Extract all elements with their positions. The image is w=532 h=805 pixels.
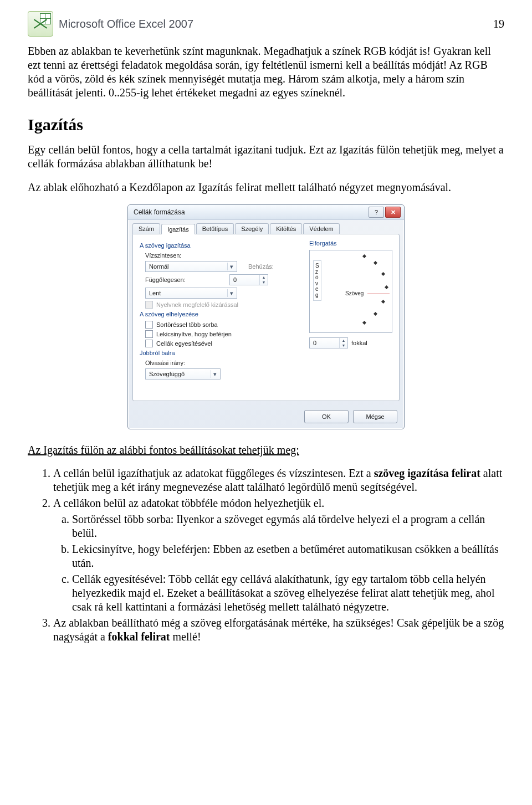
label-chk-language: Nyelvnek megfelelő kizárással (156, 301, 238, 308)
spin-up-icon[interactable]: ▲ (340, 338, 347, 343)
app-title: Microsoft Office Excel 2007 (59, 18, 193, 30)
heading-igazitas: Igazítás (28, 115, 504, 134)
settings-list: A cellán belül igazíthatjuk az adatokat … (28, 466, 504, 644)
list-item: Az ablakban beállítható még a szöveg elf… (53, 616, 504, 644)
excel-icon (28, 11, 53, 37)
list-item: A cellán belül igazíthatjuk az adatokat … (53, 466, 504, 494)
rotation-arc[interactable]: Szöveg (329, 253, 390, 330)
value-rotation: 0 (313, 340, 316, 346)
paragraph-2: Egy cellán belül fontos, hogy a cella ta… (28, 143, 504, 171)
dialog-tabs: Szám Igazítás Betűtípus Szegély Kitöltés… (128, 220, 404, 234)
ok-button[interactable]: OK (304, 410, 349, 423)
rotation-vertical-text[interactable]: Szöveg (313, 260, 321, 301)
list-item: A cellákon belül az adatokat többféle mó… (53, 496, 504, 614)
group-text-alignment: A szöveg igazítása (140, 242, 305, 249)
app-header: Microsoft Office Excel 2007 (28, 11, 193, 37)
list-item: Lekicsinyítve, hogy beleférjen: Ebben az… (72, 542, 504, 570)
dialog-titlebar[interactable]: Cellák formázása ? ✕ (128, 205, 404, 220)
value-direction: Szövegfüggő (149, 371, 185, 377)
label-chk-wrap: Sortöréssel több sorba (156, 321, 218, 328)
spin-down-icon[interactable]: ▼ (260, 280, 268, 285)
list-item: Cellák egyesítésével: Több cellát egy ce… (72, 572, 504, 614)
format-cells-dialog: Cellák formázása ? ✕ Szám Igazítás Betűt… (127, 204, 405, 429)
chevron-down-icon: ▾ (227, 263, 236, 270)
value-indent: 0 (233, 276, 237, 283)
rotation-caption: Elforgatás (309, 240, 392, 247)
paragraph-3: Az ablak előhozható a Kezdőlapon az Igaz… (28, 181, 504, 194)
label-indent: Behúzás: (248, 263, 274, 270)
checkbox-shrink[interactable] (145, 330, 153, 338)
chevron-down-icon: ▾ (227, 289, 236, 297)
tab-szam[interactable]: Szám (132, 223, 160, 234)
label-rotation-unit: fokkal (351, 340, 367, 346)
value-horizontal: Normál (149, 263, 168, 270)
select-horizontal[interactable]: Normál ▾ (145, 261, 237, 272)
group-text-placement: A szöveg elhelyezése (140, 311, 305, 317)
list-item: Sortöréssel több sorba: Ilyenkor a szöve… (72, 512, 504, 540)
rotation-box[interactable]: Szöveg Szöveg (309, 250, 392, 333)
tab-igazitas[interactable]: Igazítás (161, 224, 195, 234)
spin-indent[interactable]: 0 ▲▼ (229, 274, 268, 285)
tab-szegely[interactable]: Szegély (235, 223, 269, 234)
rotation-horizontal-text: Szöveg (345, 290, 364, 296)
rotation-indicator-line (367, 294, 390, 294)
chevron-down-icon: ▾ (211, 370, 219, 378)
help-button[interactable]: ? (369, 207, 384, 218)
checkbox-language (145, 301, 153, 309)
select-vertical[interactable]: Lent ▾ (145, 288, 237, 299)
dialog-title: Cellák formázása (134, 208, 185, 216)
checkbox-wrap[interactable] (145, 321, 153, 329)
page-number: 19 (493, 18, 504, 30)
tab-betutipus[interactable]: Betűtípus (196, 223, 234, 234)
tab-vedelem[interactable]: Védelem (303, 223, 339, 234)
label-vertical: Függőlegesen: (145, 276, 192, 283)
label-chk-merge: Cellák egyesítésével (156, 340, 212, 347)
label-chk-shrink: Lekicsinyítve, hogy beférjen (156, 331, 232, 337)
close-button[interactable]: ✕ (385, 207, 401, 218)
group-rtl: Jobbról balra (140, 350, 305, 356)
paragraph-1: Ebben az ablakban te keverhetünk színt m… (28, 44, 504, 100)
spin-rotation[interactable]: 0 ▲▼ (309, 337, 348, 348)
checkbox-merge[interactable] (145, 340, 153, 347)
label-direction: Olvasási irány: (145, 360, 192, 366)
value-vertical: Lent (149, 290, 161, 296)
spin-up-icon[interactable]: ▲ (260, 275, 268, 280)
select-direction[interactable]: Szövegfüggő ▾ (145, 368, 221, 380)
cancel-button[interactable]: Mégse (353, 410, 397, 423)
list-intro: Az Igazítás fülön az alábbi fontos beáll… (28, 444, 504, 457)
label-horizontal: Vízszintesen: (145, 252, 192, 259)
tab-kitoltes[interactable]: Kitöltés (270, 223, 302, 234)
spin-down-icon[interactable]: ▼ (340, 343, 347, 348)
